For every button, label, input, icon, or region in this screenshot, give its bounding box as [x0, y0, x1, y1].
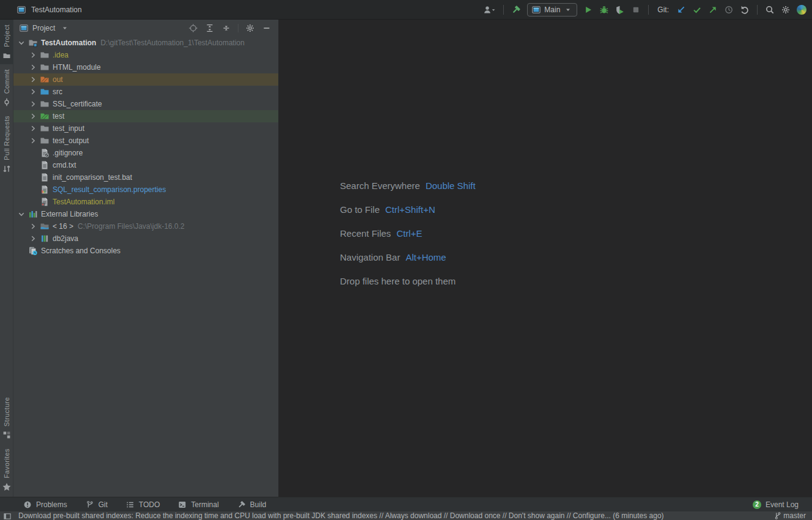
bottom-tab-label: Build: [250, 500, 267, 509]
bottom-tab-label: Terminal: [191, 500, 218, 509]
tree-item-test-input[interactable]: test_input: [13, 122, 278, 135]
tree-item-label: .gitignore: [53, 149, 83, 157]
event-log-button[interactable]: 2 Event Log: [753, 500, 812, 509]
tree-item-label: db2java: [53, 234, 78, 243]
status-link-don-t-show-again[interactable]: Don't show again: [509, 511, 565, 520]
chevron-right-icon[interactable]: [28, 87, 40, 97]
tree-item-label: < 16 >: [53, 222, 73, 231]
bottom-tabs: ProblemsGitTODOTerminalBuild: [0, 500, 285, 509]
tree-item-sql-result-comparison-properties[interactable]: SQL_result_comparison.properties: [13, 184, 278, 196]
tree-item-label: TestAutomation.iml: [53, 198, 114, 206]
tree-item-testautomation[interactable]: TestAutomationD:\gitTest\TestAutomation_…: [13, 37, 278, 49]
chevron-right-icon[interactable]: [28, 62, 40, 72]
collapse-all-icon[interactable]: [221, 23, 231, 33]
bottom-tab-label: Git: [98, 500, 108, 509]
bottom-tab-build[interactable]: Build: [237, 500, 267, 509]
search-everywhere-icon[interactable]: [765, 5, 775, 15]
status-link-download-once[interactable]: Download once: [450, 511, 501, 520]
git-branch-widget[interactable]: master: [773, 511, 812, 520]
chevron-right-icon[interactable]: [28, 75, 40, 84]
shortcut-keys: Ctrl+E: [396, 228, 422, 239]
status-separator: //: [565, 511, 573, 520]
shortcut-keys: Double Shift: [426, 180, 476, 191]
tree-item-testautomation-iml[interactable]: TestAutomation.iml: [13, 196, 278, 208]
toolbar-divider: [757, 5, 758, 15]
editor-area: Search EverywhereDouble ShiftGo to FileC…: [279, 20, 812, 497]
ide-sphere-icon[interactable]: [797, 5, 806, 15]
run-with-coverage-icon[interactable]: [615, 5, 625, 15]
tree-item-init-comparison-test-bat[interactable]: init_comparison_test.bat: [13, 171, 278, 184]
undo-icon[interactable]: [740, 5, 750, 15]
tree-item-html-module[interactable]: HTML_module: [13, 61, 278, 73]
folder-excluded-icon: [40, 75, 52, 84]
tree-item-label: External Libraries: [41, 210, 98, 218]
header-divider: [238, 24, 238, 32]
tool-window-button-pull-requests[interactable]: Pull Requests: [0, 111, 13, 177]
history-icon[interactable]: [724, 5, 734, 15]
chevron-right-icon[interactable]: [28, 111, 40, 121]
tree-item-scratches-and-consoles[interactable]: Scratches and Consoles: [13, 245, 278, 257]
stop-icon[interactable]: [631, 5, 641, 15]
run-config-selector[interactable]: Main: [527, 3, 577, 17]
hide-panel-icon[interactable]: [262, 23, 271, 33]
chevron-right-icon[interactable]: [28, 124, 40, 133]
bottom-tab-problems[interactable]: Problems: [23, 500, 67, 509]
panel-settings-icon[interactable]: [245, 23, 255, 33]
tree-item-idea[interactable]: .idea: [13, 49, 278, 61]
tool-pull-requests-icon: [2, 164, 12, 174]
tree-item-test[interactable]: test: [13, 110, 278, 122]
todo-icon: [126, 500, 135, 509]
left-tool-stripe: ProjectCommitPull Requests StructureFavo…: [0, 20, 13, 497]
tree-item-cmd-txt[interactable]: cmd.txt: [13, 159, 278, 171]
tree-item-test-output[interactable]: test_output: [13, 135, 278, 147]
settings-icon[interactable]: [781, 5, 791, 15]
shortcut-keys: Alt+Home: [405, 252, 446, 262]
tree-item-16[interactable]: < 16 >C:\Program Files\Java\jdk-16.0.2: [13, 220, 278, 232]
tree-item-db2java[interactable]: db2java: [13, 232, 278, 245]
chevron-right-icon[interactable]: [28, 234, 40, 243]
shortcut-action: Go to File: [340, 204, 380, 215]
tool-window-button-project[interactable]: Project: [0, 20, 13, 64]
bottom-tab-git[interactable]: Git: [86, 500, 108, 509]
tool-window-button-commit[interactable]: Commit: [0, 64, 13, 111]
tree-item-src[interactable]: src: [13, 86, 278, 98]
git-push-icon[interactable]: [708, 5, 718, 15]
run-icon[interactable]: [583, 5, 593, 15]
tree-item-ssl-certificate[interactable]: SSL_certificate: [13, 98, 278, 110]
tree-item-gitignore[interactable]: .gitignore: [13, 147, 278, 159]
file-text-icon: [40, 173, 52, 182]
chevron-right-icon[interactable]: [28, 136, 40, 146]
select-opened-file-icon[interactable]: [188, 23, 198, 33]
debug-icon[interactable]: [599, 5, 609, 15]
git-label: Git:: [657, 6, 669, 14]
bottom-tab-todo[interactable]: TODO: [126, 500, 160, 509]
build-icon[interactable]: [511, 5, 521, 15]
chevron-right-icon[interactable]: [28, 221, 40, 231]
git-update-icon[interactable]: [676, 5, 686, 15]
tree-item-path: D:\gitTest\TestAutomation_1\TestAutomati…: [100, 39, 244, 47]
chevron-down-icon[interactable]: [17, 209, 28, 219]
chevron-spacer: [28, 197, 40, 207]
expand-all-icon[interactable]: [205, 23, 215, 33]
status-link-always-download[interactable]: Always download: [385, 511, 442, 520]
status-link-configure[interactable]: Configure...: [573, 511, 611, 520]
user-menu-icon[interactable]: [482, 5, 496, 15]
project-tool-window: Project TestAutomationD:\gitTest\TestAut…: [13, 20, 279, 497]
file-ignored-icon: [40, 148, 52, 158]
status-message: Download pre-built shared indexes: Reduc…: [18, 511, 664, 520]
tool-window-button-favorites[interactable]: Favorites: [0, 444, 13, 496]
chevron-right-icon[interactable]: [28, 50, 40, 60]
tree-item-out[interactable]: out: [13, 73, 278, 86]
tool-window-layout-icon[interactable]: [3, 512, 12, 520]
project-tree: TestAutomationD:\gitTest\TestAutomation_…: [13, 37, 278, 257]
chevron-down-icon[interactable]: [60, 23, 70, 33]
tree-item-label: test_input: [53, 124, 84, 133]
git-commit-icon[interactable]: [692, 5, 702, 15]
tree-item-external-libraries[interactable]: External Libraries: [13, 208, 278, 220]
bottom-tab-terminal[interactable]: Terminal: [178, 500, 218, 509]
tool-window-button-structure[interactable]: Structure: [0, 392, 13, 444]
project-view-selector[interactable]: Project: [32, 24, 55, 32]
chevron-down-icon[interactable]: [17, 38, 28, 48]
chevron-right-icon[interactable]: [28, 99, 40, 109]
tree-item-label: TestAutomation: [41, 39, 96, 47]
